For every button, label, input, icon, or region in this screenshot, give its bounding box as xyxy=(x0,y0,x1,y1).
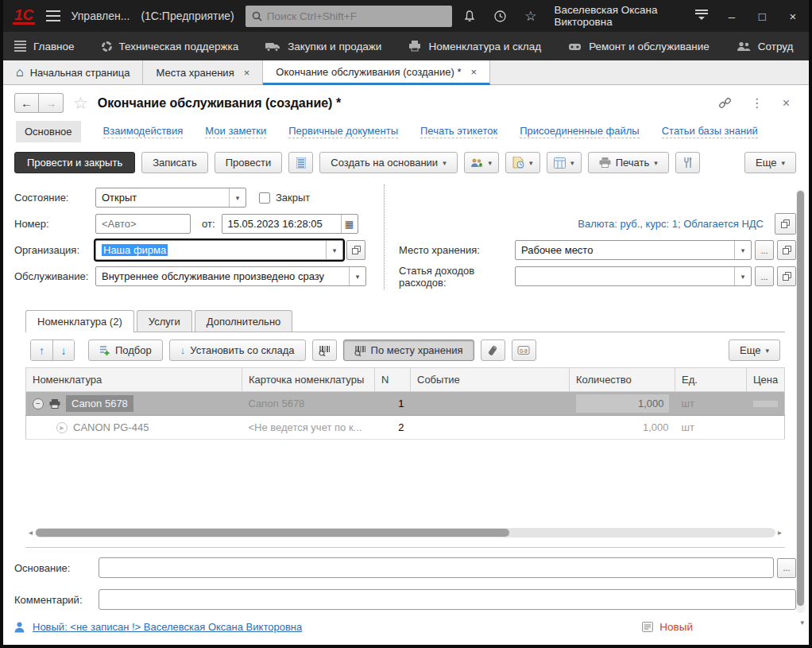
tab-services[interactable]: Услуги xyxy=(137,310,192,332)
calendar-icon[interactable]: ▦ xyxy=(341,215,358,233)
pick-items-button[interactable]: Подбор xyxy=(88,340,163,361)
link-interactions[interactable]: Взаимодействия xyxy=(103,125,184,138)
item-event[interactable] xyxy=(411,416,570,440)
main-menu-icon[interactable] xyxy=(46,10,60,21)
open-currency-icon[interactable] xyxy=(775,213,796,235)
document-status-link[interactable]: Новый: <не записан !> Васелевская Оксана… xyxy=(33,621,302,633)
close-window-button[interactable]: × xyxy=(787,10,799,23)
post-and-close-button[interactable]: Провести и закрыть xyxy=(14,152,135,173)
deferred-document-button[interactable]: ▾ xyxy=(505,152,540,173)
horizontal-scrollbar[interactable]: ◂ ▸ xyxy=(29,527,782,537)
item-name[interactable]: Canon 5678 xyxy=(66,395,133,412)
link-main[interactable]: Основное xyxy=(16,121,81,142)
close-tab-icon[interactable]: × xyxy=(244,67,250,79)
save-button[interactable]: Записать xyxy=(141,152,208,173)
favorites-star-icon[interactable]: ☆ xyxy=(524,10,536,23)
table-row[interactable]: − Canon 5678 Canon 5678 1 1,000 xyxy=(26,392,785,416)
item-n[interactable]: 1 xyxy=(375,392,411,416)
reports-button[interactable]: ▾ xyxy=(547,152,582,173)
scroll-left-arrow[interactable]: ◂ xyxy=(29,528,33,537)
col-unit[interactable]: Ед. xyxy=(675,368,747,392)
maximize-button[interactable]: □ xyxy=(756,10,768,23)
col-quantity[interactable]: Количество xyxy=(570,368,675,392)
history-icon[interactable] xyxy=(493,10,507,23)
comment-input[interactable] xyxy=(99,589,796,610)
income-expense-choose-button[interactable]: ... xyxy=(755,266,774,286)
col-price[interactable]: Цена xyxy=(747,368,785,392)
scroll-down-arrow[interactable]: ▾ xyxy=(800,619,804,627)
service-combo[interactable]: Внутреннее обслуживание произведено сраз… xyxy=(95,266,366,286)
date-field[interactable]: 15.05.2023 16:28:05 ▦ xyxy=(222,214,358,234)
section-repair-service[interactable]: Ремонт и обслуживание xyxy=(568,41,710,52)
col-event[interactable]: Событие xyxy=(411,368,570,392)
open-income-expense-icon[interactable] xyxy=(777,266,796,286)
service-settings-button[interactable] xyxy=(675,152,700,173)
dropdown-arrow-icon[interactable]: ▾ xyxy=(734,267,751,285)
item-quantity[interactable]: 1,000 xyxy=(570,392,675,416)
section-main[interactable]: Главное xyxy=(14,41,75,52)
move-row-down-button[interactable]: ↓ xyxy=(52,340,74,360)
col-n[interactable]: N xyxy=(375,368,411,392)
tab-service-completion[interactable]: Окончание обслуживания (создание) * × xyxy=(263,60,490,85)
organization-combo[interactable]: Наша фирма ▾ xyxy=(95,240,343,260)
print-button[interactable]: Печать ▾ xyxy=(588,152,669,173)
data-collection-terminal-button[interactable] xyxy=(481,340,505,361)
dropdown-arrow-icon[interactable]: ▾ xyxy=(349,267,365,285)
scroll-right-arrow[interactable]: ▸ xyxy=(778,528,782,537)
section-employees[interactable]: Сотруд xyxy=(737,41,794,52)
open-organization-icon[interactable] xyxy=(346,240,365,260)
currency-info-link[interactable]: Валюта: руб., курс: 1; Облагается НДС xyxy=(399,218,771,230)
tab-additional[interactable]: Дополнительно xyxy=(195,310,293,332)
section-purchases-sales[interactable]: Закупки и продажи xyxy=(265,41,381,52)
search-input[interactable] xyxy=(267,10,446,22)
tab-storage-places[interactable]: Места хранения × xyxy=(143,60,263,84)
closed-checkbox[interactable] xyxy=(259,192,270,204)
dropdown-arrow-icon[interactable]: ▾ xyxy=(326,241,342,259)
more-menu-icon[interactable]: ⋮ xyxy=(751,97,764,110)
income-expense-item-combo[interactable]: ▾ xyxy=(515,266,752,286)
back-button[interactable]: ← xyxy=(14,93,39,113)
forward-button[interactable]: → xyxy=(39,93,64,113)
basis-input[interactable] xyxy=(99,557,774,578)
barcode-scan-button[interactable] xyxy=(312,340,337,361)
user-name[interactable]: Васелевская Оксана Викторовна xyxy=(554,4,677,28)
postings-dtkt-button[interactable] xyxy=(288,152,313,173)
assign-performer-button[interactable]: ▾ xyxy=(464,152,499,173)
close-form-icon[interactable]: × xyxy=(783,97,790,110)
col-card[interactable]: Карточка номенклатуры xyxy=(242,368,375,392)
item-price[interactable] xyxy=(747,392,785,416)
minimize-button[interactable]: – xyxy=(725,10,738,23)
dropdown-arrow-icon[interactable]: ▾ xyxy=(229,188,246,207)
item-unit[interactable]: шт xyxy=(675,392,747,416)
dropdown-arrow-icon[interactable]: ▾ xyxy=(734,241,751,259)
create-based-on-button[interactable]: Создать на основании ▾ xyxy=(319,152,457,173)
number-input[interactable] xyxy=(96,218,190,230)
item-quantity[interactable]: 1,000 xyxy=(570,416,675,440)
post-button[interactable]: Провести xyxy=(215,152,283,173)
scrollbar-thumb[interactable] xyxy=(36,529,509,537)
get-link-icon[interactable] xyxy=(718,96,732,110)
item-n[interactable]: 2 xyxy=(375,416,411,440)
move-row-up-button[interactable]: ↑ xyxy=(31,340,52,360)
notifications-bell-icon[interactable] xyxy=(463,10,476,22)
more-button[interactable]: Еще ▾ xyxy=(744,152,796,173)
item-event[interactable] xyxy=(411,392,570,416)
items-more-button[interactable]: Еще ▾ xyxy=(729,340,780,361)
link-knowledge-base[interactable]: Статьи базы знаний xyxy=(662,125,758,138)
set-from-warehouse-button[interactable]: ↓ Установить со склада xyxy=(169,340,306,361)
col-nomenclature[interactable]: Номенклатура xyxy=(26,368,242,392)
basis-choose-button[interactable]: ... xyxy=(777,558,796,578)
link-attached-files[interactable]: Присоединенные файлы xyxy=(520,125,640,138)
item-name[interactable]: CANON PG-445 xyxy=(73,421,149,433)
global-search[interactable] xyxy=(246,6,452,27)
collapse-row-icon[interactable]: − xyxy=(33,398,44,409)
by-storage-place-button[interactable]: По месту хранения xyxy=(343,340,474,361)
service-menu-icon[interactable] xyxy=(695,10,708,23)
tab-home[interactable]: ⌂ Начальная страница xyxy=(3,60,143,84)
state-combo[interactable]: Открыт ▾ xyxy=(95,188,246,208)
section-tech-support[interactable]: Техническая поддержка xyxy=(102,41,239,52)
expand-row-icon[interactable]: ▸ xyxy=(56,422,68,433)
number-field[interactable] xyxy=(95,214,191,234)
storage-place-choose-button[interactable]: ... xyxy=(755,240,774,260)
item-card[interactable]: Canon 5678 xyxy=(242,392,375,416)
